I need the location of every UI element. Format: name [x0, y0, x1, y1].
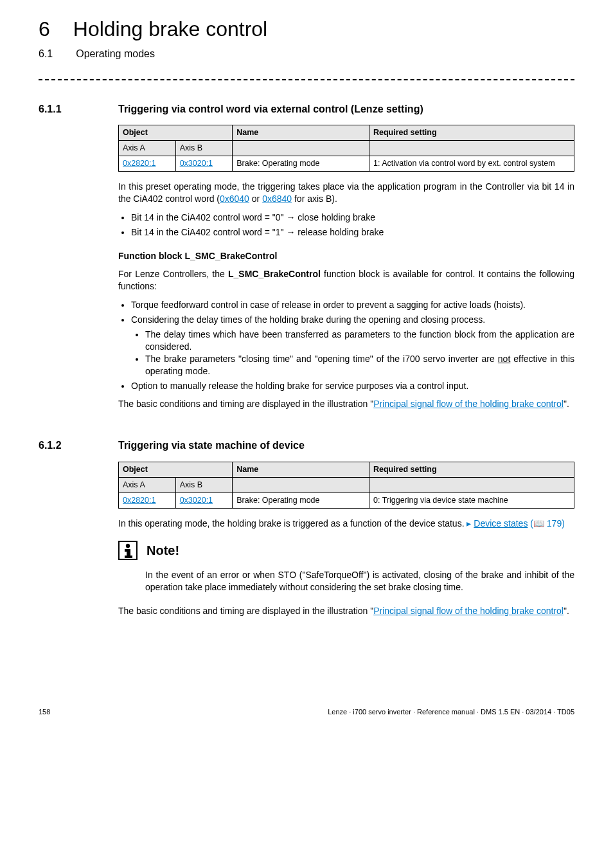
link-0x6840[interactable]: 0x6840 — [262, 194, 292, 204]
subsection-number: 6.1.2 — [39, 439, 95, 453]
list-item: The delay times which have been transfer… — [145, 329, 574, 353]
arrow-icon: → — [286, 227, 295, 237]
list-item: The brake parameters "closing time" and … — [145, 353, 574, 377]
note-label: Note! — [147, 542, 179, 559]
list-item: Bit 14 in the CiA402 control word = "0" … — [131, 212, 574, 224]
paragraph: In this operating mode, the holding brak… — [118, 518, 574, 530]
link-principal-signal-flow[interactable]: Principal signal flow of the holding bra… — [373, 399, 564, 409]
chapter-title: Holding brake control — [73, 15, 267, 43]
link-principal-signal-flow[interactable]: Principal signal flow of the holding bra… — [373, 606, 564, 616]
triangle-icon: ▸ — [466, 518, 471, 529]
axis-a-link[interactable]: 0x2820:1 — [123, 496, 155, 505]
info-icon — [118, 541, 138, 560]
list-item: Torque feedforward control in case of re… — [131, 299, 574, 311]
divider — [39, 79, 574, 80]
list-item: Considering the delay times of the holdi… — [131, 314, 574, 377]
svg-point-1 — [126, 544, 130, 548]
list-item: Option to manually release the holding b… — [131, 380, 574, 392]
chapter-number: 6 — [39, 15, 50, 43]
cell-setting: 1: Activation via control word by ext. c… — [369, 156, 574, 172]
link-0x6040[interactable]: 0x6040 — [220, 194, 249, 204]
cell-name: Brake: Operating mode — [233, 156, 369, 172]
object-table: Object Name Required setting Axis A Axis… — [118, 125, 574, 172]
cell-setting: 0: Triggering via device state machine — [369, 493, 574, 508]
th-object: Object — [119, 462, 233, 477]
paragraph: For Lenze Controllers, the L_SMC_BrakeCo… — [118, 268, 574, 293]
subsection-title: Triggering via state machine of device — [118, 439, 305, 453]
svg-rect-4 — [125, 556, 132, 558]
cell-name: Brake: Operating mode — [233, 493, 369, 508]
th-required: Required setting — [369, 462, 574, 477]
footer-meta: Lenze · i700 servo inverter · Reference … — [328, 707, 574, 717]
th-name: Name — [233, 462, 369, 477]
subsection-title: Triggering via control word via external… — [118, 102, 423, 116]
axis-a-label: Axis A — [119, 477, 176, 493]
arrow-icon: → — [286, 212, 295, 222]
axis-b-link[interactable]: 0x3020:1 — [180, 159, 213, 168]
page-number: 158 — [39, 707, 50, 717]
th-object: Object — [119, 125, 233, 141]
axis-b-link[interactable]: 0x3020:1 — [180, 496, 213, 505]
object-table: Object Name Required setting Axis A Axis… — [118, 462, 574, 509]
link-device-states[interactable]: Device states — [474, 518, 528, 529]
axis-b-label: Axis B — [175, 477, 233, 493]
paragraph: The basic conditions and timing are disp… — [118, 605, 574, 617]
th-required: Required setting — [369, 125, 574, 141]
subheading: Function block L_SMC_BrakeControl — [118, 250, 574, 262]
paragraph: The basic conditions and timing are disp… — [118, 398, 574, 410]
section-number: 6.1 — [39, 47, 53, 61]
section-title: Operating modes — [76, 47, 155, 61]
list-item: Bit 14 in the CiA402 control word = "1" … — [131, 226, 574, 239]
axis-a-label: Axis A — [119, 141, 176, 156]
note-body: In the event of an error or when STO ("S… — [145, 569, 574, 593]
subsection-number: 6.1.1 — [39, 102, 95, 116]
axis-b-label: Axis B — [175, 141, 233, 156]
axis-a-link[interactable]: 0x2820:1 — [123, 159, 155, 168]
paragraph: In this preset operating mode, the trigg… — [118, 181, 574, 205]
th-name: Name — [233, 125, 369, 141]
